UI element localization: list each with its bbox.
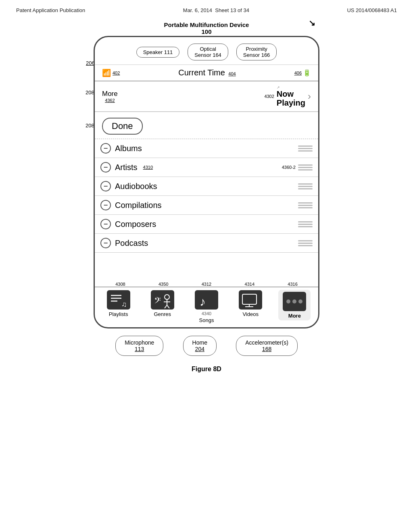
done-section: Done bbox=[95, 112, 318, 139]
tab-more[interactable]: More bbox=[278, 290, 311, 320]
minus-icon-artists[interactable]: − bbox=[100, 162, 111, 172]
drag-handle-albums[interactable] bbox=[298, 145, 313, 152]
tab-num-more: 4316 bbox=[288, 282, 297, 287]
more-ref: 4362 bbox=[105, 98, 115, 103]
chevron-right-icon: › bbox=[308, 91, 311, 102]
signal-ref: 402 bbox=[113, 71, 120, 75]
figure-caption: Figure 8D bbox=[192, 366, 221, 381]
compilations-label: Compilations bbox=[115, 201, 162, 210]
drag-handle-podcasts[interactable] bbox=[298, 240, 313, 246]
battery-ref: 406 bbox=[294, 71, 302, 75]
more-dots-icon bbox=[283, 292, 306, 311]
list-item-composers[interactable]: − Composers bbox=[95, 215, 318, 234]
artists-label: Artists bbox=[115, 163, 138, 172]
genres-label: Genres bbox=[154, 311, 171, 317]
drag-handle-artists[interactable] bbox=[298, 164, 313, 170]
svg-text:♫: ♫ bbox=[121, 300, 127, 308]
proximity-sensor: Proximity Sensor 166 bbox=[236, 44, 277, 60]
tab-songs[interactable]: ♪ 4340 Songs bbox=[190, 290, 223, 323]
playlists-icon: ♫ bbox=[106, 290, 131, 310]
phone-frame: Speaker 111 Optical Sensor 164 Proximity… bbox=[94, 36, 319, 328]
albums-label: Albums bbox=[115, 144, 142, 153]
videos-icon bbox=[238, 290, 263, 310]
tab-videos[interactable]: Videos bbox=[234, 290, 267, 317]
videos-label: Videos bbox=[242, 311, 259, 317]
svg-text:♪: ♪ bbox=[200, 295, 206, 308]
more-nav[interactable]: More 4362 bbox=[102, 90, 118, 103]
drag-handle-composers[interactable] bbox=[298, 221, 313, 227]
battery-area: 406 🔋 bbox=[294, 69, 311, 77]
songs-ref-4340: 4340 bbox=[202, 311, 211, 316]
page-header: Patent Application Publication Mar. 6, 2… bbox=[0, 0, 413, 17]
signal-icon: 📶 bbox=[102, 69, 111, 77]
tab-playlists[interactable]: ♫ Playlists bbox=[102, 290, 135, 317]
date-sheet-text: Mar. 6, 2014 Sheet 13 of 34 bbox=[183, 7, 249, 13]
songs-icon: ♪ bbox=[194, 290, 219, 310]
svg-text:𝄢: 𝄢 bbox=[154, 295, 161, 308]
playlists-label: Playlists bbox=[109, 311, 128, 317]
microphone-button[interactable]: Microphone 113 bbox=[115, 336, 163, 356]
composers-label: Composers bbox=[115, 220, 156, 229]
now-playing-label: NowPlaying bbox=[277, 89, 305, 107]
tab-num-songs: 4312 bbox=[202, 282, 211, 287]
minus-icon-albums[interactable]: − bbox=[100, 143, 111, 154]
minus-icon-podcasts[interactable]: − bbox=[100, 238, 111, 248]
minus-icon-compilations[interactable]: − bbox=[100, 200, 111, 210]
list-item-audiobooks[interactable]: − Audiobooks bbox=[95, 177, 318, 196]
tab-num-playlists: 4308 bbox=[115, 282, 125, 287]
now-playing-nav[interactable]: 4302 ↗ NowPlaying › bbox=[264, 85, 311, 107]
drag-handle-compilations[interactable] bbox=[298, 202, 313, 208]
genres-icon: 𝄢 bbox=[150, 290, 175, 310]
podcasts-label: Podcasts bbox=[115, 239, 148, 248]
patent-number: US 2014/0068483 A1 bbox=[347, 7, 397, 13]
artists-ref: 4310 bbox=[143, 165, 153, 170]
audiobooks-label: Audiobooks bbox=[115, 182, 157, 191]
tab-bar: ♫ Playlists 𝄢 bbox=[95, 287, 318, 327]
tab-num-genres: 4350 bbox=[159, 282, 168, 287]
signal-area: 📶 402 bbox=[102, 69, 120, 77]
now-playing-text-block: ↗ NowPlaying bbox=[277, 85, 305, 107]
more-icon bbox=[282, 291, 307, 312]
more-tab-label: More bbox=[288, 313, 301, 319]
now-ref: 4302 bbox=[264, 94, 274, 99]
list-item-compilations[interactable]: − Compilations bbox=[95, 196, 318, 215]
more-label: More bbox=[102, 90, 118, 98]
list-item-artists[interactable]: − Artists 4310 4360-2 bbox=[95, 158, 318, 177]
done-button[interactable]: Done bbox=[102, 118, 143, 135]
songs-label: Songs bbox=[199, 317, 214, 323]
list-item-podcasts[interactable]: − Podcasts bbox=[95, 234, 318, 253]
list-container: − Albums − Artists 4310 4360-2 bbox=[95, 139, 318, 253]
device-subtitle: 100 bbox=[201, 28, 211, 35]
minus-icon-audiobooks[interactable]: − bbox=[100, 181, 111, 191]
tab-genres[interactable]: 𝄢 Genres bbox=[146, 290, 179, 317]
nav-bar: More 4362 4302 ↗ NowPlaying › bbox=[95, 81, 318, 112]
status-bar: 📶 402 Current Time 404 406 🔋 bbox=[95, 65, 318, 81]
empty-space bbox=[95, 253, 318, 281]
home-button[interactable]: Home 204 bbox=[183, 336, 217, 356]
drag-handle-audiobooks[interactable] bbox=[298, 183, 313, 189]
accelerometer-button[interactable]: Accelerometer(s) 168 bbox=[236, 336, 298, 356]
tab-number-row: 4308 4350 4312 4314 4316 bbox=[95, 281, 318, 287]
sensor-row: Speaker 111 Optical Sensor 164 Proximity… bbox=[95, 37, 318, 65]
current-time: Current Time 404 bbox=[178, 68, 236, 77]
list-item-albums[interactable]: − Albums bbox=[95, 139, 318, 158]
main-content: Portable Multifunction Device 100 ↘ 206 … bbox=[0, 17, 413, 381]
hardware-row: Microphone 113 Home 204 Accelerometer(s)… bbox=[94, 328, 319, 360]
optical-sensor: Optical Sensor 164 bbox=[188, 44, 228, 60]
publication-text: Patent Application Publication bbox=[16, 7, 85, 13]
speaker-sensor: Speaker 111 bbox=[136, 47, 180, 58]
minus-icon-composers[interactable]: − bbox=[100, 219, 111, 229]
ref-4360: 4360-2 bbox=[282, 165, 296, 170]
battery-icon: 🔋 bbox=[303, 69, 311, 77]
device-arrow-icon: ↘ bbox=[309, 18, 315, 28]
tab-num-videos: 4314 bbox=[245, 282, 254, 287]
device-title: Portable Multifunction Device bbox=[164, 21, 249, 28]
